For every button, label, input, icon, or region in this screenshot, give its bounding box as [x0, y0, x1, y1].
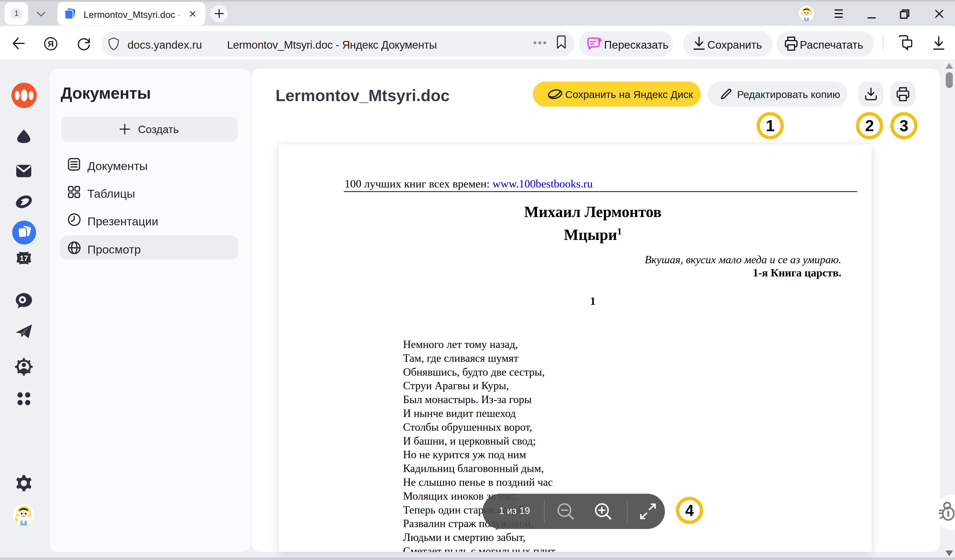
svg-text:Я: Я	[48, 39, 54, 48]
svg-text:1: 1	[14, 9, 19, 17]
svg-text:17: 17	[20, 254, 28, 263]
